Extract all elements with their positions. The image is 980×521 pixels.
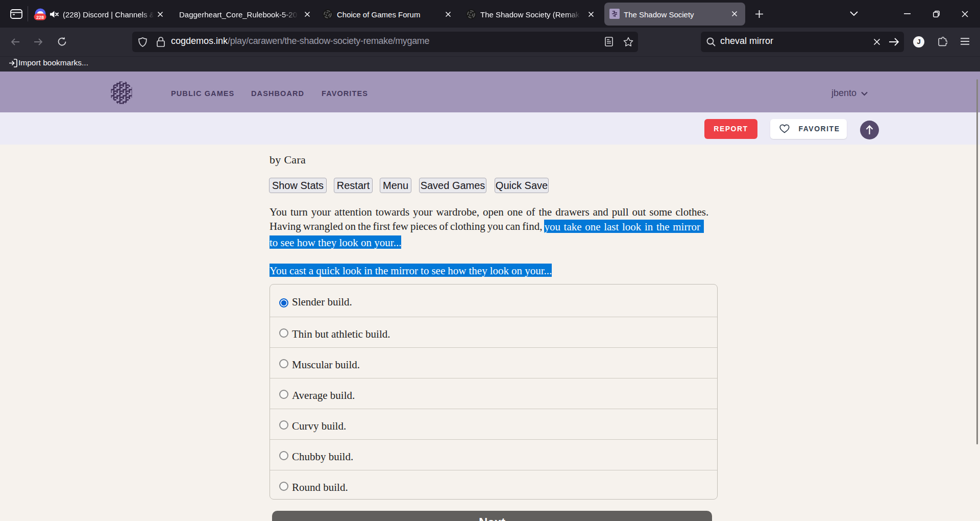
svg-text:228: 228 [36,15,44,20]
